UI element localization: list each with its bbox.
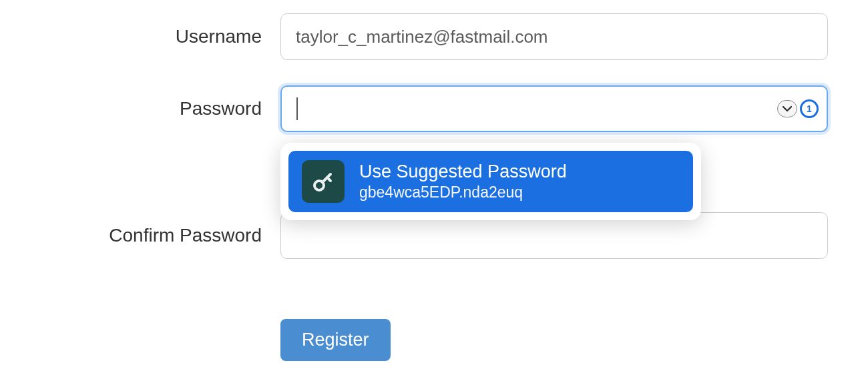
chevron-down-icon: [783, 105, 792, 112]
username-row: Username: [40, 13, 828, 60]
username-input-wrap: [280, 13, 828, 60]
password-input[interactable]: [280, 85, 828, 132]
suggestion-title: Use Suggested Password: [359, 161, 567, 182]
register-button[interactable]: Register: [280, 319, 391, 361]
password-input-wrap: 1: [280, 85, 828, 132]
password-autofill-controls: 1: [777, 99, 819, 118]
text-cursor: [296, 97, 298, 120]
password-suggestion-popup: Use Suggested Password gbe4wca5EDP.nda2e…: [280, 143, 701, 220]
username-input[interactable]: [280, 13, 828, 60]
suggestion-text: Use Suggested Password gbe4wca5EDP.nda2e…: [359, 161, 567, 202]
confirm-password-label: Confirm Password: [40, 225, 280, 246]
password-label: Password: [40, 98, 280, 119]
username-label: Username: [40, 26, 280, 47]
password-row: Password 1: [40, 85, 828, 132]
suggestion-value: gbe4wca5EDP.nda2euq: [359, 184, 567, 202]
key-icon: [302, 160, 345, 203]
onepassword-icon[interactable]: 1: [800, 99, 819, 118]
use-suggested-password-item[interactable]: Use Suggested Password gbe4wca5EDP.nda2e…: [288, 151, 693, 212]
autofill-dropdown-button[interactable]: [777, 100, 797, 117]
